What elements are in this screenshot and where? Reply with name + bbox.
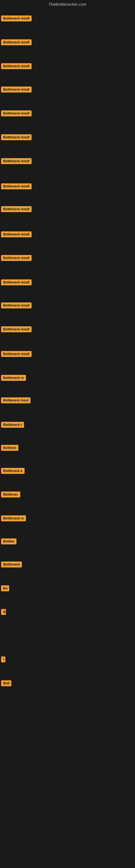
- bottleneck-item: Bottleneck r: [1, 422, 24, 429]
- bottleneck-item: Bottleneck resul: [1, 397, 31, 404]
- bottleneck-badge[interactable]: Bott: [1, 680, 11, 686]
- bottleneck-badge[interactable]: Bottleneck result: [1, 134, 32, 140]
- bottleneck-badge[interactable]: Bottleneck: [1, 561, 22, 567]
- bottleneck-item: Bottleneck result: [1, 87, 32, 94]
- bottleneck-badge[interactable]: Bottleneck e: [1, 468, 25, 474]
- bottleneck-badge[interactable]: Bottleneck result: [1, 279, 32, 285]
- bottleneck-badge[interactable]: Bottleneck r: [1, 422, 24, 428]
- bottleneck-badge[interactable]: Bottleneck result: [1, 231, 32, 237]
- bottleneck-badge[interactable]: Bottleneck result: [1, 206, 32, 212]
- bottleneck-item: Bottleneck result: [1, 231, 32, 239]
- bottleneck-item: Bottleneck e: [1, 468, 25, 475]
- bottleneck-item: B: [1, 609, 6, 616]
- bottleneck-item: Bottleneck result: [1, 134, 32, 141]
- bottleneck-badge[interactable]: Bottleneck result: [1, 255, 32, 261]
- bottleneck-badge[interactable]: Bottleneck result: [1, 158, 32, 164]
- bottleneck-item: Bottleneck result: [1, 206, 32, 213]
- bottleneck-badge[interactable]: Bottleneck resul: [1, 397, 31, 403]
- bottleneck-badge[interactable]: Bottleneck result: [1, 183, 32, 189]
- bottleneck-badge[interactable]: Bottleneck re: [1, 516, 26, 521]
- bottleneck-badge[interactable]: Bottleneck result: [1, 63, 32, 69]
- bottleneck-item: Bottleneck result: [1, 16, 32, 23]
- bottleneck-item: Bottlenec: [1, 492, 20, 499]
- bottleneck-badge[interactable]: Bottleneck result: [1, 111, 32, 116]
- bottleneck-item: Bott: [1, 680, 11, 687]
- bottleneck-item: Bottleneck result: [1, 111, 32, 118]
- bottleneck-item: Bottleneck result: [1, 39, 32, 46]
- bottleneck-item: Bottleneck result: [1, 63, 32, 70]
- bottleneck-item: I: [1, 656, 5, 663]
- bottleneck-badge[interactable]: Bottleneck result: [1, 326, 32, 332]
- bottleneck-item: Bottleneck result: [1, 326, 32, 333]
- bottleneck-badge[interactable]: B: [1, 609, 6, 615]
- bottleneck-item: Bottleneck: [1, 561, 22, 568]
- bottleneck-item: Bottleneck re: [1, 516, 26, 522]
- bottleneck-badge[interactable]: Bo: [1, 585, 9, 591]
- bottleneck-badge[interactable]: Bottleneck result: [1, 16, 32, 22]
- bottleneck-badge[interactable]: Bottleneck re: [1, 375, 26, 381]
- bottleneck-item: Bottleneck result: [1, 303, 32, 310]
- bottleneck-item: Bottlene: [1, 445, 18, 452]
- bottleneck-badge[interactable]: Bottlen: [1, 538, 16, 545]
- bottleneck-item: Bottleneck re: [1, 375, 26, 382]
- bottleneck-item: Bottleneck result: [1, 183, 32, 190]
- bottleneck-item: Bottleneck result: [1, 351, 32, 358]
- bottleneck-item: Bottleneck result: [1, 279, 32, 286]
- bottleneck-item: Bottlen: [1, 538, 16, 546]
- bottleneck-badge[interactable]: Bottleneck result: [1, 351, 32, 357]
- bottleneck-badge[interactable]: Bottleneck result: [1, 87, 32, 93]
- bottleneck-badge[interactable]: Bottleneck result: [1, 39, 32, 45]
- bottleneck-item: Bo: [1, 585, 9, 592]
- bottleneck-item: Bottleneck result: [1, 158, 32, 165]
- bottleneck-badge[interactable]: I: [1, 656, 5, 662]
- bottleneck-badge[interactable]: Bottlenec: [1, 492, 20, 497]
- bottleneck-badge[interactable]: Bottlene: [1, 445, 18, 451]
- bottleneck-item: Bottleneck result: [1, 255, 32, 262]
- site-title: TheBottlenecker.com: [0, 0, 135, 9]
- bottleneck-badge[interactable]: Bottleneck result: [1, 303, 32, 308]
- page-wrapper: TheBottlenecker.com Bottleneck resultBot…: [0, 0, 135, 868]
